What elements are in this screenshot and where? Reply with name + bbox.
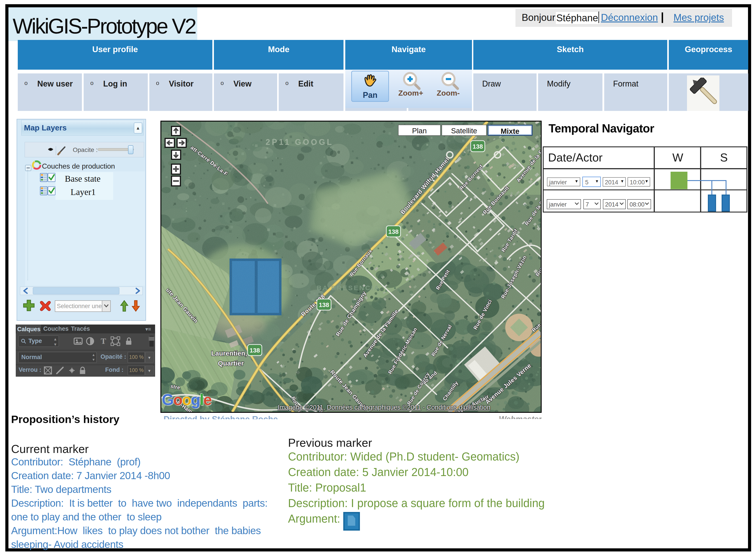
svg-text:Selectionner une: Selectionner une (57, 303, 102, 309)
svg-text:T: T (101, 337, 106, 346)
